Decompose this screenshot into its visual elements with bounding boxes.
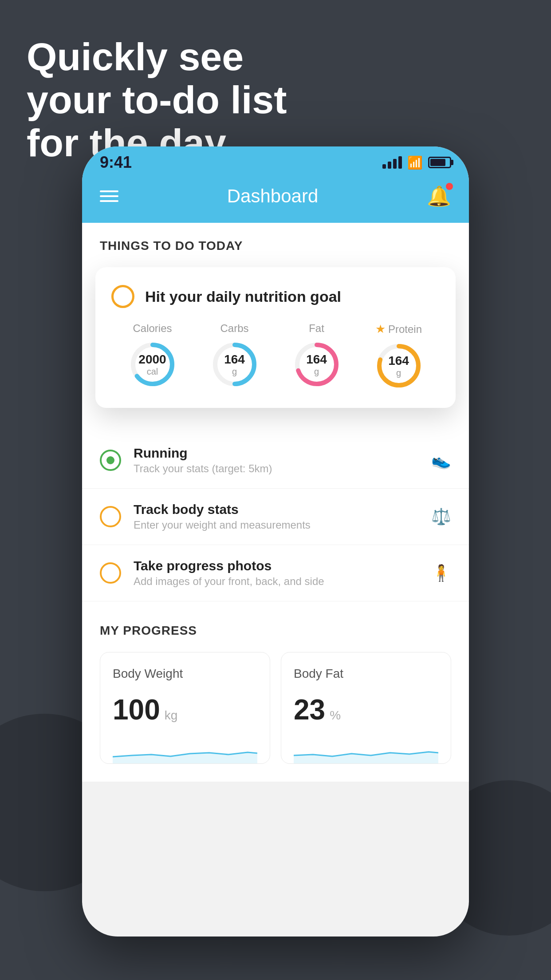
stat-carbs: Carbs 164 g xyxy=(210,322,259,389)
todo-status-body-stats xyxy=(100,506,121,527)
mini-chart-weight xyxy=(113,737,257,763)
task-circle-nutrition[interactable] xyxy=(111,285,134,308)
person-icon: 🧍 xyxy=(431,564,451,582)
shoe-icon: 👟 xyxy=(431,451,451,470)
status-time: 9:41 xyxy=(100,153,132,172)
todo-status-running xyxy=(100,450,121,471)
card-title: Hit your daily nutrition goal xyxy=(145,288,341,305)
headline-line2: your to-do list xyxy=(27,79,287,122)
donut-protein: 164 g xyxy=(374,341,423,390)
bell-icon[interactable]: 🔔 xyxy=(427,185,451,208)
battery-icon xyxy=(428,157,451,168)
progress-section: MY PROGRESS Body Weight 100 kg xyxy=(82,601,469,782)
todo-item-running[interactable]: Running Track your stats (target: 5km) 👟 xyxy=(82,432,469,489)
progress-card-fat-title: Body Fat xyxy=(294,667,438,681)
todo-status-photos xyxy=(100,562,121,584)
progress-card-weight[interactable]: Body Weight 100 kg xyxy=(100,652,270,764)
progress-value-weight: 100 xyxy=(113,693,160,726)
todo-title-photos: Take progress photos xyxy=(134,558,419,573)
stat-label-calories: Calories xyxy=(133,322,172,335)
menu-icon[interactable] xyxy=(100,190,118,202)
progress-value-fat: 23 xyxy=(294,693,325,726)
todo-title-body-stats: Track body stats xyxy=(134,502,419,517)
notification-dot xyxy=(446,183,453,190)
mini-chart-fat xyxy=(294,737,438,763)
todo-list: Running Track your stats (target: 5km) 👟… xyxy=(82,432,469,601)
todo-text-body-stats: Track body stats Enter your weight and m… xyxy=(134,502,419,531)
todo-sub-body-stats: Enter your weight and measurements xyxy=(134,519,419,531)
app-content: THINGS TO DO TODAY Hit your daily nutrit… xyxy=(82,223,469,782)
donut-carbs: 164 g xyxy=(210,340,259,389)
headline: Quickly see your to-do list for the day. xyxy=(27,36,287,164)
todo-text-photos: Take progress photos Add images of your … xyxy=(134,558,419,588)
stat-fat: Fat 164 g xyxy=(292,322,341,389)
headline-line1: Quickly see xyxy=(27,36,287,79)
progress-card-fat[interactable]: Body Fat 23 % xyxy=(281,652,451,764)
donut-calories: 2000 cal xyxy=(128,340,177,389)
star-icon: ★ xyxy=(375,322,386,336)
stat-protein: ★ Protein 164 g xyxy=(374,322,423,390)
scale-icon: ⚖️ xyxy=(431,507,451,526)
todo-item-photos[interactable]: Take progress photos Add images of your … xyxy=(82,545,469,601)
nutrition-stats: Calories 2000 cal Carbs xyxy=(111,322,440,390)
header-title: Dashboard xyxy=(227,186,318,207)
progress-value-row-weight: 100 kg xyxy=(113,693,257,726)
app-header: Dashboard 🔔 xyxy=(82,178,469,223)
progress-unit-weight: kg xyxy=(165,708,178,723)
stat-label-protein: ★ Protein xyxy=(375,322,422,336)
progress-cards: Body Weight 100 kg Body Fat xyxy=(100,652,451,764)
todo-text-running: Running Track your stats (target: 5km) xyxy=(134,446,419,475)
progress-unit-fat: % xyxy=(330,708,341,723)
progress-section-header: MY PROGRESS xyxy=(100,624,451,638)
stat-calories: Calories 2000 cal xyxy=(128,322,177,389)
donut-fat: 164 g xyxy=(292,340,341,389)
stat-label-fat: Fat xyxy=(309,322,324,335)
stat-label-carbs: Carbs xyxy=(220,322,248,335)
card-title-row: Hit your daily nutrition goal xyxy=(111,285,440,308)
status-icons: 📶 xyxy=(382,155,451,170)
signal-bars-icon xyxy=(382,156,402,169)
todo-title-running: Running xyxy=(134,446,419,461)
nutrition-card: Hit your daily nutrition goal Calories 2… xyxy=(95,267,456,408)
todo-sub-running: Track your stats (target: 5km) xyxy=(134,462,419,475)
status-bar: 9:41 📶 xyxy=(82,146,469,178)
progress-card-weight-title: Body Weight xyxy=(113,667,257,681)
todo-sub-photos: Add images of your front, back, and side xyxy=(134,575,419,588)
todo-item-body-stats[interactable]: Track body stats Enter your weight and m… xyxy=(82,489,469,545)
wifi-icon: 📶 xyxy=(407,155,423,170)
things-section-header: THINGS TO DO TODAY xyxy=(82,223,469,264)
progress-value-row-fat: 23 % xyxy=(294,693,438,726)
phone-shell: 9:41 📶 Dashboard 🔔 TH xyxy=(82,146,469,937)
